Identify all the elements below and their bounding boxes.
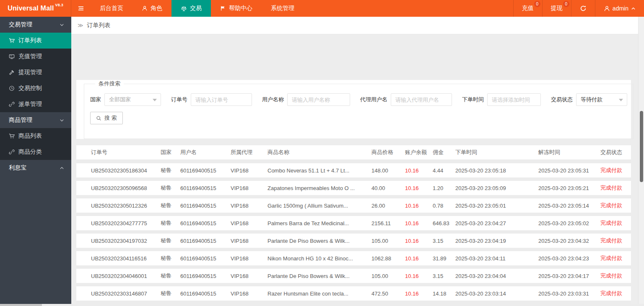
search-field-order-no: 订单号 — [171, 93, 252, 106]
refresh-icon — [580, 5, 587, 12]
cell-order-time: 2025-03-20 23:05:09 — [455, 185, 538, 191]
sidebar-item-label: 充值管理 — [18, 53, 42, 60]
cell-unfreeze-time: 2025-03-20 23:04:23 — [538, 255, 600, 262]
cell-order-no: UB2503202305012326 — [91, 203, 161, 209]
sidebar-item-order-list[interactable]: 订单列表 — [0, 33, 71, 49]
breadcrumb: ≫ 订单列表 — [71, 17, 644, 34]
cell-agent: VIP168 — [231, 273, 267, 279]
cell-country: 秘鲁 — [161, 184, 180, 192]
app-version: V8.3 — [55, 3, 63, 7]
row-separator — [76, 160, 631, 163]
sidebar-item-product-list[interactable]: 商品列表 — [0, 128, 71, 144]
username-input[interactable] — [287, 93, 350, 106]
topnav-item-home[interactable]: 后台首页 — [91, 0, 132, 17]
cell-order-time: 2025-03-20 23:04:11 — [455, 255, 538, 262]
topnav-item-help-center[interactable]: 帮助中心 — [211, 0, 262, 17]
cell-order-no: UB2503202304046001 — [91, 273, 161, 279]
cell-username: 601169400515 — [180, 203, 231, 209]
row-separator — [76, 265, 631, 269]
cell-agent: VIP168 — [231, 238, 267, 244]
cell-product: Nikon Monarch HG 10 x 42 Binoc... — [267, 255, 371, 262]
cell-unfreeze-time: 2025-03-20 23:05:31 — [538, 167, 600, 174]
trade-status-select[interactable]: 等待付款 — [576, 93, 627, 106]
refresh-button[interactable] — [571, 0, 595, 17]
top-nav: 后台首页角色交易帮助中心系统管理 — [91, 0, 304, 17]
cell-price: 1062.88 — [371, 255, 405, 262]
cell-status: 完成付款 — [600, 202, 631, 209]
field-label: 用户名称 — [262, 96, 284, 103]
sidebar-group-trade-mgmt[interactable]: 交易管理 — [0, 17, 71, 33]
topnav-item-trade[interactable]: 交易 — [171, 0, 211, 17]
user-menu[interactable]: admin — [595, 0, 644, 17]
search-icon — [96, 116, 101, 121]
sidebar-item-recharge-mgmt[interactable]: 充值管理 — [0, 49, 71, 64]
cell-balance: 10.16 — [405, 255, 433, 262]
cell-country: 秘鲁 — [161, 237, 180, 244]
sidebar-group-label: 商品管理 — [9, 116, 32, 124]
chevron-up-icon — [631, 6, 636, 11]
table-row: UB2503202304277775秘鲁601169400515VIP168Pa… — [76, 216, 631, 230]
col-header-price: 商品价格 — [371, 149, 405, 156]
sidebar-item-withdraw-mgmt[interactable]: 提现管理 — [0, 64, 71, 80]
recharge-button[interactable]: 充值 0 — [513, 0, 542, 17]
cell-status: 完成付款 — [600, 272, 631, 280]
horizontal-scrollbar-thumb[interactable] — [0, 304, 42, 306]
flag-icon — [220, 5, 226, 11]
topnav-item-roles[interactable]: 角色 — [132, 0, 171, 17]
cell-product: Parlante De Piso Bowers & Wilk... — [267, 273, 371, 279]
sidebar-group-interest-treasure[interactable]: 利息宝 — [0, 160, 71, 176]
sidebar-group-product-mgmt[interactable]: 商品管理 — [0, 112, 71, 128]
sidebar-item-trade-control[interactable]: 交易控制 — [0, 80, 71, 96]
chevron-down-icon — [60, 23, 64, 27]
cell-unfreeze-time: 2025-03-20 23:05:14 — [538, 203, 600, 209]
topnav-item-system[interactable]: 系统管理 — [262, 0, 304, 17]
cell-order-time: 2025-03-20 23:04:04 — [455, 273, 538, 279]
menu-toggle-button[interactable] — [71, 0, 91, 17]
table-row: UB2503202305096568秘鲁601169400515VIP168Za… — [76, 181, 631, 195]
link-icon — [9, 101, 15, 107]
table-row: UB2503202303146807秘鲁601169400515VIP168Ra… — [76, 286, 631, 301]
chevron-down-icon — [153, 99, 157, 101]
col-header-order-time: 下单时间 — [455, 149, 538, 156]
cell-price: 105.00 — [371, 238, 405, 244]
gavel-icon — [9, 69, 15, 75]
cell-price: 40.00 — [371, 185, 405, 191]
sidebar-item-product-category[interactable]: 商品分类 — [0, 144, 71, 160]
cell-agent: VIP168 — [231, 203, 267, 209]
search-fieldset: 条件搜索 国家全部国家订单号用户名称代理用户名下单时间交易状态等待付款 搜 索 — [84, 80, 634, 139]
username: admin — [613, 5, 628, 12]
sidebar-item-label: 订单列表 — [18, 37, 42, 44]
cell-country: 秘鲁 — [161, 167, 180, 174]
row-separator — [76, 177, 631, 181]
cell-commission: 31.89 — [433, 255, 455, 262]
cell-balance: 10.16 — [405, 238, 433, 244]
page-title: 订单列表 — [87, 22, 111, 29]
sidebar-item-dispatch-mgmt[interactable]: 派单管理 — [0, 96, 71, 112]
cell-status: 完成付款 — [600, 167, 631, 174]
app-title: Universal Mall — [8, 5, 54, 12]
vertical-scrollbar-thumb[interactable] — [640, 111, 643, 182]
hamburger-icon — [78, 5, 84, 12]
field-label: 代理用户名 — [360, 96, 387, 103]
horizontal-scrollbar-track — [0, 304, 644, 306]
agent-username-input[interactable] — [391, 93, 452, 106]
order-no-input[interactable] — [191, 93, 252, 106]
cell-product: Garlic 1500mg ( Allium Sativum... — [267, 203, 371, 209]
cell-agent: VIP168 — [231, 291, 267, 297]
app-logo: Universal Mall V8.3 — [0, 0, 71, 17]
order-time-input[interactable] — [487, 93, 541, 106]
search-button[interactable]: 搜 索 — [90, 112, 123, 124]
cell-product: Palmers Barra de Tez Medicinal... — [267, 220, 371, 226]
cell-status: 完成付款 — [600, 219, 631, 227]
cell-username: 601169400515 — [180, 167, 231, 174]
top-bar: Universal Mall V8.3 后台首页角色交易帮助中心系统管理 充值 … — [0, 0, 644, 17]
cell-unfreeze-time: 2025-03-20 23:04:17 — [538, 273, 600, 279]
main-area: ≫ 订单列表 条件搜索 国家全部国家订单号用户名称代理用户名下单时间交易状态等待… — [71, 17, 644, 306]
withdraw-button[interactable]: 提现 0 — [542, 0, 571, 17]
sidebar-item-label: 商品分类 — [18, 148, 42, 156]
cell-status: 完成付款 — [600, 290, 631, 297]
cell-balance: 10.16 — [405, 273, 433, 279]
search-field-trade-status: 交易状态等待付款 — [551, 93, 627, 106]
country-select[interactable]: 全部国家 — [104, 93, 161, 106]
cell-status: 完成付款 — [600, 255, 631, 262]
